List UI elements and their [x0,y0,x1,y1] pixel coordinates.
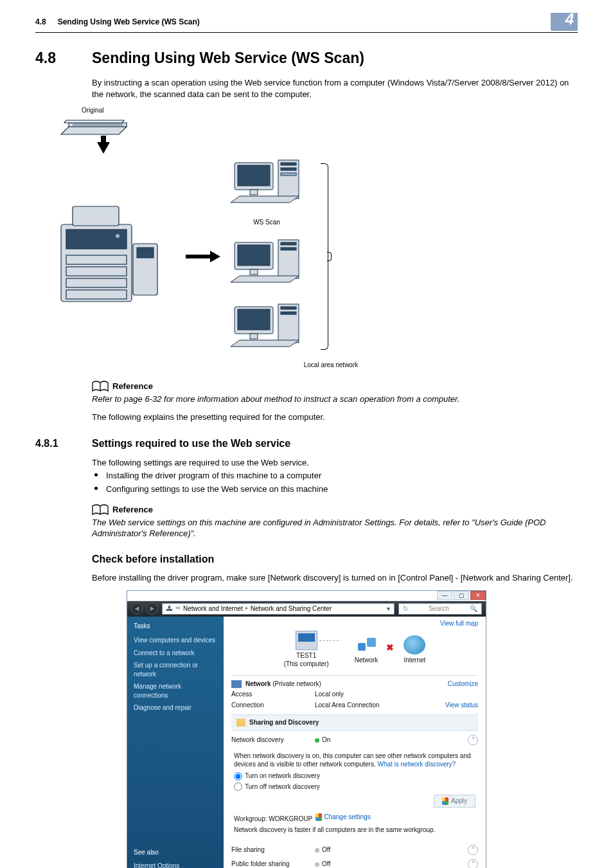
radio-on-input[interactable] [234,772,242,781]
svg-rect-9 [66,290,127,299]
breadcrumb-segment[interactable]: Network and Internet [183,604,243,613]
sidebar-link[interactable]: Internet Options [134,862,217,868]
internet-label: Internet [404,656,425,665]
svg-rect-3 [66,230,127,249]
radio-turn-off[interactable]: Turn off network discovery [234,782,475,791]
search-input[interactable]: ↻ Search 🔍 [398,603,482,615]
arrow-down-icon [97,142,110,154]
document-feeder-icon [55,115,132,141]
radio-turn-on[interactable]: Turn on network discovery [234,772,475,781]
see-also-heading: See also [134,848,217,857]
svg-rect-29 [238,309,270,330]
local-area-label: Local area network [280,361,382,370]
radio-off-input[interactable] [234,782,242,791]
svg-rect-30 [250,334,258,339]
svg-rect-20 [281,242,296,245]
svg-rect-26 [281,307,296,309]
row-value: Off [322,860,330,867]
svg-rect-17 [238,165,270,186]
status-off-icon [315,848,319,853]
expand-button[interactable]: ˅ [468,859,478,868]
svg-rect-18 [250,190,258,195]
customize-link[interactable]: Customize [448,680,478,689]
sidebar-link[interactable]: Set up a connection or network [134,661,217,678]
dropdown-arrow-icon[interactable]: ▾ [387,604,390,613]
list-item: Configuring settings to use the Web serv… [92,484,578,495]
connection-value: Local Area Connection [315,701,380,710]
status-off-icon [315,862,319,867]
sharing-discovery-panel: Sharing and Discovery [231,714,478,731]
workgroup-note: Network discovery is faster if all compu… [234,826,475,835]
nav-back-button[interactable]: ◄ [131,603,143,615]
what-is-discovery-link[interactable]: What is network discovery? [377,761,456,768]
sidebar-link[interactable]: Connect to a network [134,649,217,658]
divider [231,675,478,676]
svg-rect-25 [278,304,299,343]
public-folder-row: Public folder sharing Off ˅ [231,859,478,868]
network-icon: ✖ [355,635,377,655]
collapse-button[interactable]: ˄ [468,735,478,745]
tasks-sidebar: Tasks View computers and devices Connect… [127,617,224,868]
network-label: Network [355,656,378,665]
svg-rect-7 [66,267,127,276]
svg-rect-15 [281,173,296,176]
bullet-list: Installing the driver program of this ma… [92,470,578,494]
shield-icon [442,797,449,805]
navigation-bar: ◄ ► 🖧 ≪ Network and Internet ▸ Network a… [127,601,486,617]
apply-button[interactable]: Apply [434,795,475,808]
network-sharing-center-window: ― ▢ ✕ ◄ ► 🖧 ≪ Network and Internet ▸ Net… [127,590,486,868]
sidebar-link[interactable]: View computers and devices [134,636,217,645]
network-type: (Private network) [271,680,321,687]
svg-rect-11 [137,248,154,258]
subsection-number: 4.8.1 [35,437,92,451]
shield-icon [315,813,322,821]
reference-heading: Reference [92,504,578,516]
view-full-map-link[interactable]: View full map [440,619,478,628]
change-settings-link[interactable]: Change settings [315,813,370,822]
svg-point-10 [116,234,120,238]
chevron-right-icon: ▸ [245,605,248,612]
chapter-tab: 4 [551,13,578,31]
computer-icon [228,237,305,291]
radio-on-label: Turn on network discovery [245,772,320,779]
file-sharing-row: File sharing Off ˅ [231,845,478,855]
network-discovery-row: Network discovery On ˄ [231,735,478,745]
intro-paragraph: By instructing a scan operation using th… [92,77,578,100]
section-title-text: Sending Using Web Service (WS Scan) [92,50,364,66]
workgroup-text: Workgroup: WORKGROUP [234,815,312,822]
minimize-button[interactable]: ― [437,591,452,600]
expand-button[interactable]: ˅ [468,845,478,855]
breadcrumb[interactable]: 🖧 ≪ Network and Internet ▸ Network and S… [162,603,395,615]
change-settings-label: Change settings [324,813,370,822]
internet-icon [404,635,425,655]
reference-heading: Reference [92,381,578,392]
reference-text: Refer to page 6-32 for more information … [92,393,578,405]
section-number: 4.8 [35,48,92,68]
computer-stack: WS Scan [228,158,305,356]
network-name: Network [245,680,271,687]
svg-rect-8 [66,278,127,287]
view-status-link[interactable]: View status [445,701,478,710]
nav-forward-button[interactable]: ► [147,603,158,615]
sidebar-link[interactable]: Diagnose and repair [134,703,217,712]
status-on-icon [315,738,319,743]
computer-icon [228,158,305,212]
workflow-diagram: Original [55,106,578,369]
curly-brace-icon [321,163,328,350]
svg-rect-23 [238,245,270,266]
breadcrumb-segment[interactable]: Network and Sharing Center [251,604,332,613]
sidebar-link[interactable]: Manage network connections [134,682,217,700]
computer-icon [228,302,305,356]
original-label: Original [82,106,578,115]
reference-followup: The following explains the presetting re… [92,411,578,423]
refresh-icon[interactable]: ↻ [403,604,408,613]
ws-scan-label: WS Scan [228,218,305,227]
window-titlebar: ― ▢ ✕ [127,591,486,601]
svg-rect-19 [278,240,299,278]
check-paragraph: Before installing the driver program, ma… [92,572,578,584]
subsection-lead: The following settings are required to u… [92,457,578,469]
workgroup-line: Workgroup: WORKGROUP Change settings [234,813,475,823]
close-button[interactable]: ✕ [470,591,486,600]
network-heading-row: Network (Private network) Customize [231,680,478,689]
maximize-button[interactable]: ▢ [454,591,469,600]
